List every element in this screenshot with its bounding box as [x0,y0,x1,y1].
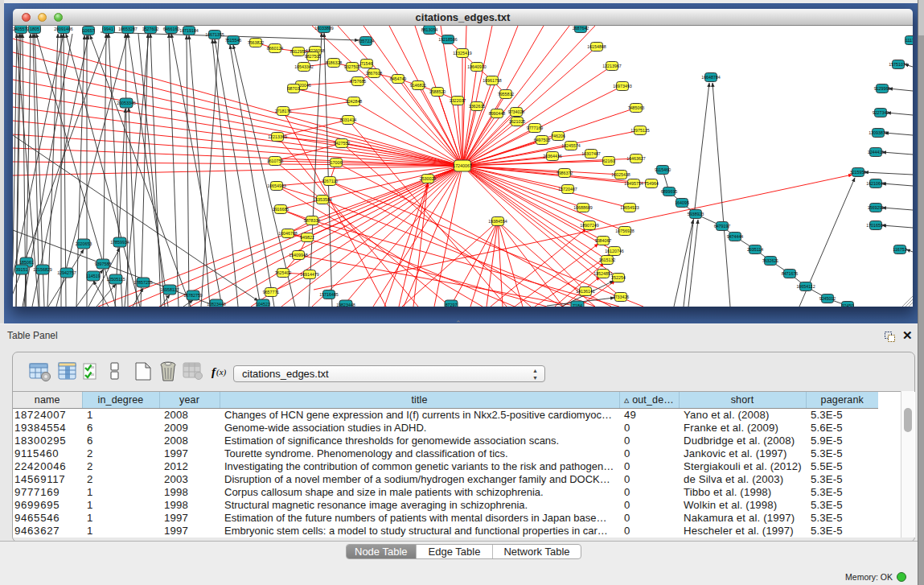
svg-text:16782759: 16782759 [183,293,203,298]
svg-text:17857255: 17857255 [133,280,153,285]
svg-text:10756928: 10756928 [615,229,634,233]
svg-text:16463627: 16463627 [626,156,646,161]
svg-text:2867608: 2867608 [366,71,383,76]
svg-text:8813054: 8813054 [421,27,438,32]
svg-text:185061: 185061 [19,260,34,265]
svg-text:8031414: 8031414 [340,117,357,122]
svg-text:10654983: 10654983 [267,183,286,188]
svg-text:1615132: 1615132 [599,257,616,262]
svg-text:14136141: 14136141 [576,289,595,294]
svg-text:9242848: 9242848 [346,99,363,104]
svg-text:20364436: 20364436 [543,154,562,159]
svg-text:20091406: 20091406 [54,27,73,31]
svg-text:1805: 1805 [30,27,39,31]
svg-text:12823448: 12823448 [207,302,226,307]
svg-text:13245574: 13245574 [561,143,581,148]
svg-text:1621025: 1621025 [509,119,526,124]
svg-text:39151: 39151 [16,267,28,272]
svg-text:9827503: 9827503 [305,54,322,59]
svg-text:1916685: 1916685 [273,207,290,212]
svg-text:10543342: 10543342 [294,64,314,69]
svg-text:104523: 104523 [256,302,270,307]
svg-text:9657771: 9657771 [263,290,280,295]
svg-text:10973493: 10973493 [613,84,632,89]
svg-text:7955812: 7955812 [498,92,515,97]
svg-text:7563822: 7563822 [248,40,265,45]
svg-text:2718176: 2718176 [275,109,292,113]
svg-text:9734028: 9734028 [508,109,525,114]
svg-text:62160: 62160 [603,159,615,163]
svg-text:2687642: 2687642 [573,26,589,31]
svg-text:10688609: 10688609 [573,205,593,210]
svg-text:7515546: 7515546 [225,38,242,43]
svg-text:12156829: 12156829 [33,267,52,272]
svg-text:9227342: 9227342 [873,110,889,115]
svg-text:15716485: 15716485 [319,292,339,297]
svg-text:10025438: 10025438 [611,172,630,177]
svg-text:16210643: 16210643 [866,181,885,186]
svg-text:10719184: 10719184 [179,28,199,33]
svg-text:16958137: 16958137 [160,287,179,292]
svg-text:5878334: 5878334 [304,218,321,223]
svg-text:2935114: 2935114 [747,247,763,252]
svg-text:6466160: 6466160 [163,27,180,31]
svg-text:1362615: 1362615 [469,104,486,109]
svg-text:71546: 71546 [361,61,373,66]
svg-text:9245012: 9245012 [819,296,836,301]
svg-text:13495754: 13495754 [624,181,643,186]
svg-text:6479197: 6479197 [714,224,731,229]
svg-text:92450: 92450 [842,303,854,307]
svg-text:1527602: 1527602 [142,27,159,31]
svg-text:19823448: 19823448 [336,303,355,307]
svg-text:87297: 87297 [446,303,458,307]
svg-text:17016504: 17016504 [866,223,885,228]
svg-text:(x): (x) [216,367,227,377]
svg-text:9777169: 9777169 [527,126,544,130]
svg-text:1733426: 1733426 [613,295,630,299]
svg-text:16033809: 16033809 [314,26,334,31]
svg-text:8186328: 8186328 [326,60,343,65]
svg-text:12213967: 12213967 [602,64,622,68]
svg-text:16120746: 16120746 [605,249,624,253]
svg-text:10654112: 10654112 [796,284,815,289]
svg-text:3267110: 3267110 [322,179,338,183]
svg-text:7625402: 7625402 [275,270,292,275]
svg-text:20053346: 20053346 [117,101,136,105]
svg-text:9129966: 9129966 [874,86,891,91]
svg-text:252254: 252254 [611,275,626,280]
svg-text:114519: 114519 [86,274,100,278]
svg-text:15751074: 15751074 [889,62,908,67]
svg-text:3215958: 3215958 [850,170,867,175]
svg-text:6497503: 6497503 [534,138,551,142]
svg-text:9474444: 9474444 [727,234,744,239]
svg-text:7357224: 7357224 [358,39,375,43]
svg-text:746206: 746206 [551,134,565,138]
svg-text:5938923: 5938923 [688,212,704,216]
svg-text:13524851: 13524851 [593,271,613,276]
svg-text:1588520: 1588520 [429,89,446,94]
svg-text:8757685: 8757685 [350,79,367,84]
svg-text:9327503: 9327503 [344,64,361,69]
svg-text:10307487: 10307487 [581,151,601,156]
svg-text:1610753: 1610753 [267,159,284,163]
svg-text:8660124: 8660124 [267,46,284,51]
svg-text:9384067: 9384067 [595,238,612,243]
svg-text:13654923: 13654923 [620,205,639,210]
svg-text:17859934: 17859934 [110,240,129,245]
svg-text:10653287: 10653287 [118,27,138,31]
svg-text:11174: 11174 [906,38,913,43]
svg-text:12942757: 12942757 [57,270,76,275]
svg-text:2530023: 2530023 [420,176,437,181]
svg-text:754964: 754964 [644,181,659,186]
svg-text:13640910: 13640910 [467,64,487,69]
svg-text:19218506: 19218506 [438,37,458,42]
svg-text:12325419: 12325419 [453,51,472,56]
svg-text:949822: 949822 [300,235,314,240]
svg-text:9397588: 9397588 [95,262,112,266]
svg-text:9146821: 9146821 [410,83,427,88]
svg-text:8454749: 8454749 [390,76,407,81]
svg-text:16671355: 16671355 [205,32,224,37]
svg-text:12505115: 12505115 [106,277,125,282]
svg-text:98703: 98703 [288,86,300,91]
svg-text:10657: 10657 [83,28,95,33]
